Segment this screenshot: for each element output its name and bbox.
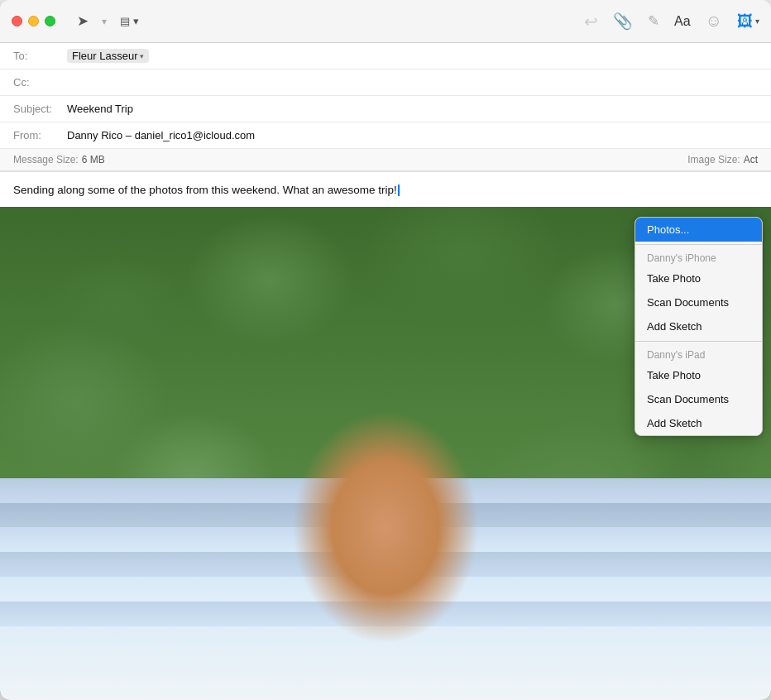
- send-icon[interactable]: ➤: [77, 12, 89, 30]
- to-label: To:: [13, 50, 67, 62]
- text-cursor: [398, 185, 400, 196]
- ipad-scan-documents-item[interactable]: Scan Documents: [635, 387, 762, 411]
- menu-divider-2: [635, 341, 762, 342]
- body-text: Sending along some of the photos from th…: [13, 184, 397, 196]
- to-row: To: Fleur Lasseur ▾: [0, 43, 771, 70]
- cc-label: Cc:: [13, 76, 67, 89]
- reply-icon[interactable]: ↩: [584, 12, 598, 31]
- iphone-add-sketch-item[interactable]: Add Sketch: [635, 314, 762, 338]
- photo-insert-icon[interactable]: 🖼 ▾: [737, 12, 759, 31]
- photos-menu-item[interactable]: Photos...: [635, 218, 762, 242]
- image-size-label: Image Size:: [687, 154, 740, 165]
- font-icon[interactable]: Aa: [674, 14, 691, 29]
- recipient-chevron-icon: ▾: [140, 52, 144, 60]
- message-size-label: Message Size:: [13, 154, 79, 165]
- recipient-chip[interactable]: Fleur Lasseur ▾: [67, 49, 149, 63]
- maximize-button[interactable]: [45, 16, 55, 26]
- compose-icon[interactable]: ✎: [648, 12, 659, 30]
- traffic-lights: [12, 16, 55, 26]
- from-value: Danny Rico – daniel_rico1@icloud.com: [67, 129, 255, 141]
- body-text-area[interactable]: Sending along some of the photos from th…: [0, 172, 771, 207]
- menu-divider-1: [635, 244, 762, 245]
- toolbar-right: ↩ 📎 ✎ Aa ☺ 🖼 ▾: [584, 12, 759, 31]
- subject-row: Subject: Weekend Trip: [0, 96, 771, 122]
- toolbar-left: ➤ ▾ ▤ ▾: [77, 12, 139, 30]
- cc-row: Cc:: [0, 70, 771, 96]
- minimize-button[interactable]: [28, 16, 39, 26]
- emoji-icon[interactable]: ☺: [706, 12, 722, 31]
- iphone-take-photo-item[interactable]: Take Photo: [635, 266, 762, 290]
- from-row: From: Danny Rico – daniel_rico1@icloud.c…: [0, 122, 771, 149]
- photo-dropdown-menu: Photos... Danny's iPhone Take Photo Scan…: [635, 217, 763, 436]
- subject-label: Subject:: [13, 103, 67, 115]
- recipient-name: Fleur Lasseur: [72, 50, 137, 62]
- format-icon[interactable]: ▤ ▾: [120, 15, 139, 27]
- ipad-add-sketch-item[interactable]: Add Sketch: [635, 411, 762, 435]
- email-body: Sending along some of the photos from th…: [0, 172, 771, 700]
- send-chevron-icon[interactable]: ▾: [102, 16, 107, 27]
- close-button[interactable]: [12, 16, 22, 26]
- titlebar: ➤ ▾ ▤ ▾ ↩ 📎 ✎ Aa ☺ 🖼 ▾: [0, 0, 771, 43]
- meta-row: Message Size: 6 MB Image Size: Act: [0, 149, 771, 171]
- email-headers: To: Fleur Lasseur ▾ Cc: Subject: Weekend…: [0, 43, 771, 172]
- ipad-section-header: Danny's iPad: [635, 344, 762, 363]
- iphone-scan-documents-item[interactable]: Scan Documents: [635, 290, 762, 314]
- mail-window: ➤ ▾ ▤ ▾ ↩ 📎 ✎ Aa ☺ 🖼 ▾ To: Fleur Lasseur…: [0, 0, 771, 700]
- iphone-section-header: Danny's iPhone: [635, 247, 762, 266]
- from-label: From:: [13, 129, 67, 141]
- image-size-value: Act: [744, 154, 758, 165]
- subject-value[interactable]: Weekend Trip: [67, 103, 133, 115]
- paperclip-icon[interactable]: 📎: [613, 12, 633, 31]
- body-image: Photos... Danny's iPhone Take Photo Scan…: [0, 207, 771, 700]
- message-size-value: 6 MB: [82, 154, 105, 165]
- ipad-take-photo-item[interactable]: Take Photo: [635, 363, 762, 387]
